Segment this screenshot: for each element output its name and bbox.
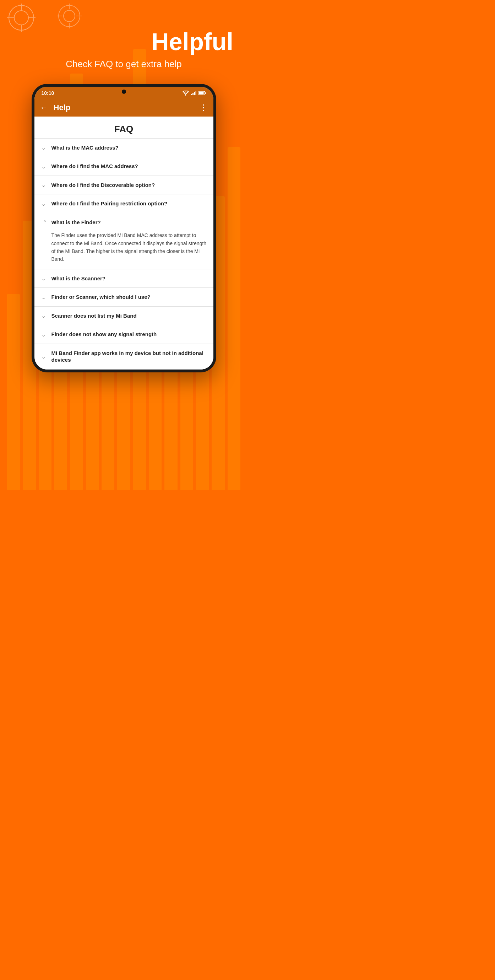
faq-question-mac-address: What is the MAC address? bbox=[51, 144, 119, 151]
faq-question-discoverable: Where do I find the Discoverable option? bbox=[51, 181, 155, 189]
faq-question-what-finder: What is the Finder? bbox=[51, 219, 101, 226]
faq-header-scanner-no-list[interactable]: ⌄ Scanner does not list my Mi Band bbox=[35, 307, 213, 325]
faq-question-pairing: Where do I find the Pairing restriction … bbox=[51, 200, 168, 207]
chevron-icon: ⌄ bbox=[40, 144, 47, 151]
chevron-up-icon: ⌄ bbox=[40, 219, 47, 226]
svg-rect-13 bbox=[199, 92, 203, 94]
faq-item-find-mac: ⌄ Where do I find the MAC address? bbox=[35, 157, 213, 176]
faq-question-finder-no-signal: Finder does not show any signal strength bbox=[51, 331, 157, 338]
faq-header-find-mac[interactable]: ⌄ Where do I find the MAC address? bbox=[35, 157, 213, 175]
status-icons bbox=[182, 91, 206, 95]
chevron-icon: ⌄ bbox=[40, 181, 47, 188]
faq-header-discoverable[interactable]: ⌄ Where do I find the Discoverable optio… bbox=[35, 176, 213, 194]
faq-header-what-scanner[interactable]: ⌄ What is the Scanner? bbox=[35, 269, 213, 288]
faq-answer-what-finder: The Finder uses the provided Mi Band MAC… bbox=[35, 231, 213, 269]
chevron-icon: ⌄ bbox=[40, 312, 47, 319]
svg-rect-14 bbox=[205, 92, 206, 94]
hero-subtitle: Check FAQ to get extra help bbox=[14, 59, 233, 70]
status-time: 10:10 bbox=[41, 90, 54, 96]
back-button[interactable]: ← bbox=[40, 103, 48, 112]
faq-item-pairing: ⌄ Where do I find the Pairing restrictio… bbox=[35, 194, 213, 213]
status-bar: 10:10 bbox=[35, 87, 213, 99]
faq-list: ⌄ What is the MAC address? ⌄ Where do I … bbox=[35, 138, 213, 369]
battery-icon bbox=[198, 91, 206, 95]
faq-item-finder-no-signal: ⌄ Finder does not show any signal streng… bbox=[35, 325, 213, 344]
faq-item-finder-or-scanner: ⌄ Finder or Scanner, which should I use? bbox=[35, 288, 213, 307]
app-bar: ← Help ⋮ bbox=[35, 99, 213, 116]
app-bar-title: Help bbox=[54, 103, 71, 112]
chevron-icon: ⌄ bbox=[40, 275, 47, 282]
chevron-icon: ⌄ bbox=[40, 331, 47, 338]
faq-header-what-finder[interactable]: ⌄ What is the Finder? bbox=[35, 213, 213, 232]
chevron-icon: ⌄ bbox=[40, 200, 47, 207]
faq-question-finder-or-scanner: Finder or Scanner, which should I use? bbox=[51, 293, 151, 301]
faq-header-finder-or-scanner[interactable]: ⌄ Finder or Scanner, which should I use? bbox=[35, 288, 213, 306]
faq-question-scanner-no-list: Scanner does not list my Mi Band bbox=[51, 312, 137, 320]
faq-header-finder-other-devices[interactable]: ⌄ Mi Band Finder app works in my device … bbox=[35, 344, 213, 369]
faq-item-finder-other-devices: ⌄ Mi Band Finder app works in my device … bbox=[35, 344, 213, 369]
chevron-icon: ⌄ bbox=[40, 294, 47, 301]
phone-mockup: 10:10 bbox=[0, 84, 248, 372]
chevron-icon: ⌄ bbox=[40, 163, 47, 170]
signal-icon bbox=[191, 91, 197, 95]
phone-frame: 10:10 bbox=[32, 84, 216, 372]
app-bar-left: ← Help bbox=[40, 103, 71, 112]
header-section: Helpful Check FAQ to get extra help bbox=[0, 0, 248, 77]
faq-title: FAQ bbox=[35, 116, 213, 138]
camera-notch bbox=[122, 89, 126, 94]
faq-question-find-mac: Where do I find the MAC address? bbox=[51, 163, 138, 170]
faq-header-finder-no-signal[interactable]: ⌄ Finder does not show any signal streng… bbox=[35, 325, 213, 344]
faq-item-what-scanner: ⌄ What is the Scanner? bbox=[35, 269, 213, 288]
faq-item-mac-address: ⌄ What is the MAC address? bbox=[35, 138, 213, 158]
hero-title: Helpful bbox=[14, 29, 233, 55]
faq-header-mac-address[interactable]: ⌄ What is the MAC address? bbox=[35, 138, 213, 157]
phone-screen: 10:10 bbox=[35, 87, 213, 369]
faq-question-finder-other-devices: Mi Band Finder app works in my device bu… bbox=[51, 350, 208, 363]
content-area: FAQ ⌄ What is the MAC address? ⌄ Where bbox=[35, 116, 213, 369]
faq-item-discoverable: ⌄ Where do I find the Discoverable optio… bbox=[35, 176, 213, 195]
chevron-icon: ⌄ bbox=[40, 353, 47, 360]
wifi-icon bbox=[182, 91, 189, 95]
faq-header-pairing[interactable]: ⌄ Where do I find the Pairing restrictio… bbox=[35, 194, 213, 213]
faq-question-what-scanner: What is the Scanner? bbox=[51, 275, 106, 282]
faq-item-scanner-no-list: ⌄ Scanner does not list my Mi Band bbox=[35, 307, 213, 326]
faq-item-what-finder: ⌄ What is the Finder? The Finder uses th… bbox=[35, 213, 213, 269]
more-options-button[interactable]: ⋮ bbox=[200, 103, 208, 112]
